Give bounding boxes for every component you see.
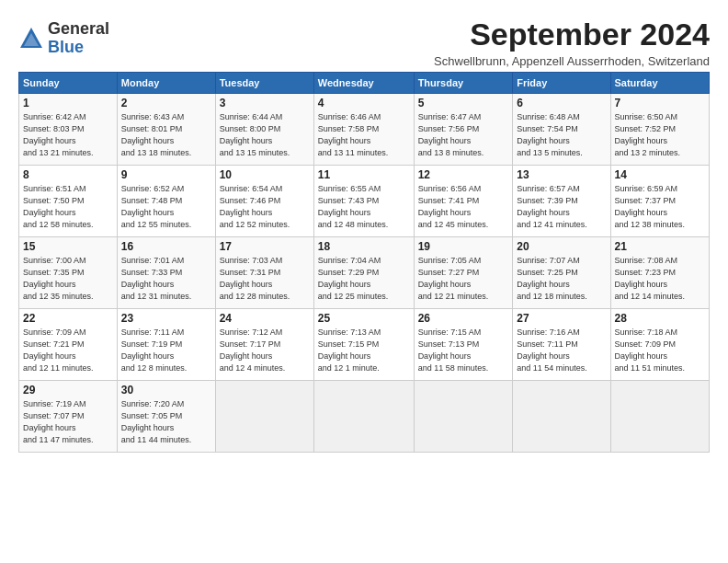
day-number: 30 (121, 384, 211, 396)
weekday-header: Thursday (414, 73, 513, 94)
day-info: Sunrise: 6:51 AM Sunset: 7:50 PM Dayligh… (23, 183, 113, 231)
day-number: 7 (615, 97, 706, 109)
day-info: Sunrise: 7:15 AM Sunset: 7:13 PM Dayligh… (418, 327, 509, 374)
day-number: 3 (220, 97, 310, 109)
calendar-cell (414, 381, 513, 453)
calendar-cell: 19 Sunrise: 7:05 AM Sunset: 7:27 PM Dayl… (414, 237, 513, 309)
day-number: 24 (220, 312, 310, 325)
calendar-cell: 5 Sunrise: 6:47 AM Sunset: 7:56 PM Dayli… (414, 94, 513, 166)
logo-blue: Blue (48, 39, 109, 57)
calendar-cell: 18 Sunrise: 7:04 AM Sunset: 7:29 PM Dayl… (313, 237, 414, 309)
day-info: Sunrise: 6:50 AM Sunset: 7:52 PM Dayligh… (615, 111, 706, 159)
day-number: 20 (517, 240, 606, 253)
day-info: Sunrise: 6:48 AM Sunset: 7:54 PM Dayligh… (517, 111, 606, 159)
weekday-header: Tuesday (215, 73, 313, 94)
day-info: Sunrise: 6:44 AM Sunset: 8:00 PM Dayligh… (220, 111, 310, 159)
day-number: 2 (121, 97, 211, 109)
calendar-cell (313, 381, 414, 453)
day-info: Sunrise: 7:16 AM Sunset: 7:11 PM Dayligh… (517, 327, 606, 374)
day-number: 14 (615, 168, 706, 181)
weekday-header: Sunday (19, 73, 118, 94)
day-number: 15 (23, 240, 113, 253)
day-number: 16 (121, 240, 211, 253)
day-info: Sunrise: 7:07 AM Sunset: 7:25 PM Dayligh… (517, 255, 606, 303)
calendar-cell: 14 Sunrise: 6:59 AM Sunset: 7:37 PM Dayl… (610, 166, 710, 237)
day-number: 22 (23, 312, 113, 325)
day-number: 6 (517, 97, 606, 109)
logo-icon (18, 26, 44, 52)
weekday-header: Monday (117, 73, 215, 94)
day-info: Sunrise: 7:01 AM Sunset: 7:33 PM Dayligh… (121, 255, 211, 303)
day-number: 8 (23, 168, 113, 181)
day-number: 4 (318, 97, 410, 109)
calendar-cell (610, 381, 710, 453)
day-info: Sunrise: 7:03 AM Sunset: 7:31 PM Dayligh… (220, 255, 310, 303)
calendar-table: SundayMondayTuesdayWednesdayThursdayFrid… (18, 72, 710, 453)
calendar-week-row: 15 Sunrise: 7:00 AM Sunset: 7:35 PM Dayl… (19, 237, 710, 309)
day-info: Sunrise: 7:04 AM Sunset: 7:29 PM Dayligh… (318, 255, 410, 303)
title-block: September 2024 Schwellbrunn, Appenzell A… (434, 17, 710, 68)
day-info: Sunrise: 7:05 AM Sunset: 7:27 PM Dayligh… (418, 255, 509, 303)
calendar-cell: 9 Sunrise: 6:52 AM Sunset: 7:48 PM Dayli… (117, 166, 215, 237)
calendar-cell: 21 Sunrise: 7:08 AM Sunset: 7:23 PM Dayl… (610, 237, 710, 309)
logo-text: General Blue (48, 20, 109, 57)
calendar-cell: 22 Sunrise: 7:09 AM Sunset: 7:21 PM Dayl… (19, 309, 118, 381)
calendar-cell: 2 Sunrise: 6:43 AM Sunset: 8:01 PM Dayli… (117, 94, 215, 166)
day-info: Sunrise: 6:52 AM Sunset: 7:48 PM Dayligh… (121, 183, 211, 231)
calendar-cell (513, 381, 610, 453)
day-number: 17 (220, 240, 310, 253)
calendar-week-row: 29 Sunrise: 7:19 AM Sunset: 7:07 PM Dayl… (19, 381, 710, 453)
header: General Blue September 2024 Schwellbrunn… (18, 17, 710, 68)
calendar-week-row: 22 Sunrise: 7:09 AM Sunset: 7:21 PM Dayl… (19, 309, 710, 381)
day-info: Sunrise: 7:00 AM Sunset: 7:35 PM Dayligh… (23, 255, 113, 303)
logo-general: General (48, 20, 109, 39)
day-number: 12 (418, 168, 509, 181)
calendar-cell: 27 Sunrise: 7:16 AM Sunset: 7:11 PM Dayl… (513, 309, 610, 381)
calendar-cell: 8 Sunrise: 6:51 AM Sunset: 7:50 PM Dayli… (19, 166, 118, 237)
calendar-cell: 17 Sunrise: 7:03 AM Sunset: 7:31 PM Dayl… (215, 237, 313, 309)
day-number: 27 (517, 312, 606, 325)
calendar-cell: 23 Sunrise: 7:11 AM Sunset: 7:19 PM Dayl… (117, 309, 215, 381)
calendar-cell: 3 Sunrise: 6:44 AM Sunset: 8:00 PM Dayli… (215, 94, 313, 166)
day-number: 25 (318, 312, 410, 325)
day-info: Sunrise: 6:59 AM Sunset: 7:37 PM Dayligh… (615, 183, 706, 231)
day-number: 28 (615, 312, 706, 325)
calendar-cell: 11 Sunrise: 6:55 AM Sunset: 7:43 PM Dayl… (313, 166, 414, 237)
day-number: 18 (318, 240, 410, 253)
day-info: Sunrise: 6:46 AM Sunset: 7:58 PM Dayligh… (318, 111, 410, 159)
calendar-cell: 30 Sunrise: 7:20 AM Sunset: 7:05 PM Dayl… (117, 381, 215, 453)
day-info: Sunrise: 6:54 AM Sunset: 7:46 PM Dayligh… (220, 183, 310, 231)
day-info: Sunrise: 7:13 AM Sunset: 7:15 PM Dayligh… (318, 327, 410, 374)
day-info: Sunrise: 6:43 AM Sunset: 8:01 PM Dayligh… (121, 111, 211, 159)
calendar-cell: 7 Sunrise: 6:50 AM Sunset: 7:52 PM Dayli… (610, 94, 710, 166)
day-info: Sunrise: 6:57 AM Sunset: 7:39 PM Dayligh… (517, 183, 606, 231)
calendar-cell: 12 Sunrise: 6:56 AM Sunset: 7:41 PM Dayl… (414, 166, 513, 237)
day-info: Sunrise: 7:09 AM Sunset: 7:21 PM Dayligh… (23, 327, 113, 374)
calendar-cell: 1 Sunrise: 6:42 AM Sunset: 8:03 PM Dayli… (19, 94, 118, 166)
day-info: Sunrise: 6:47 AM Sunset: 7:56 PM Dayligh… (418, 111, 509, 159)
day-info: Sunrise: 6:55 AM Sunset: 7:43 PM Dayligh… (318, 183, 410, 231)
weekday-header: Saturday (610, 73, 710, 94)
day-number: 26 (418, 312, 509, 325)
weekday-header: Friday (513, 73, 610, 94)
day-number: 13 (517, 168, 606, 181)
day-info: Sunrise: 6:56 AM Sunset: 7:41 PM Dayligh… (418, 183, 509, 231)
calendar-cell: 29 Sunrise: 7:19 AM Sunset: 7:07 PM Dayl… (19, 381, 118, 453)
calendar-cell: 10 Sunrise: 6:54 AM Sunset: 7:46 PM Dayl… (215, 166, 313, 237)
day-info: Sunrise: 7:18 AM Sunset: 7:09 PM Dayligh… (615, 327, 706, 374)
calendar-cell: 26 Sunrise: 7:15 AM Sunset: 7:13 PM Dayl… (414, 309, 513, 381)
calendar-cell (215, 381, 313, 453)
day-number: 1 (23, 97, 113, 109)
day-info: Sunrise: 7:12 AM Sunset: 7:17 PM Dayligh… (220, 327, 310, 374)
day-info: Sunrise: 7:11 AM Sunset: 7:19 PM Dayligh… (121, 327, 211, 374)
day-info: Sunrise: 7:20 AM Sunset: 7:05 PM Dayligh… (121, 398, 211, 446)
weekday-header: Wednesday (313, 73, 414, 94)
month-title: September 2024 (434, 17, 710, 52)
calendar-cell: 16 Sunrise: 7:01 AM Sunset: 7:33 PM Dayl… (117, 237, 215, 309)
subtitle: Schwellbrunn, Appenzell Ausserrhoden, Sw… (434, 54, 710, 68)
calendar-cell: 15 Sunrise: 7:00 AM Sunset: 7:35 PM Dayl… (19, 237, 118, 309)
page: General Blue September 2024 Schwellbrunn… (0, 0, 728, 563)
day-info: Sunrise: 6:42 AM Sunset: 8:03 PM Dayligh… (23, 111, 113, 159)
day-number: 10 (220, 168, 310, 181)
calendar-cell: 28 Sunrise: 7:18 AM Sunset: 7:09 PM Dayl… (610, 309, 710, 381)
